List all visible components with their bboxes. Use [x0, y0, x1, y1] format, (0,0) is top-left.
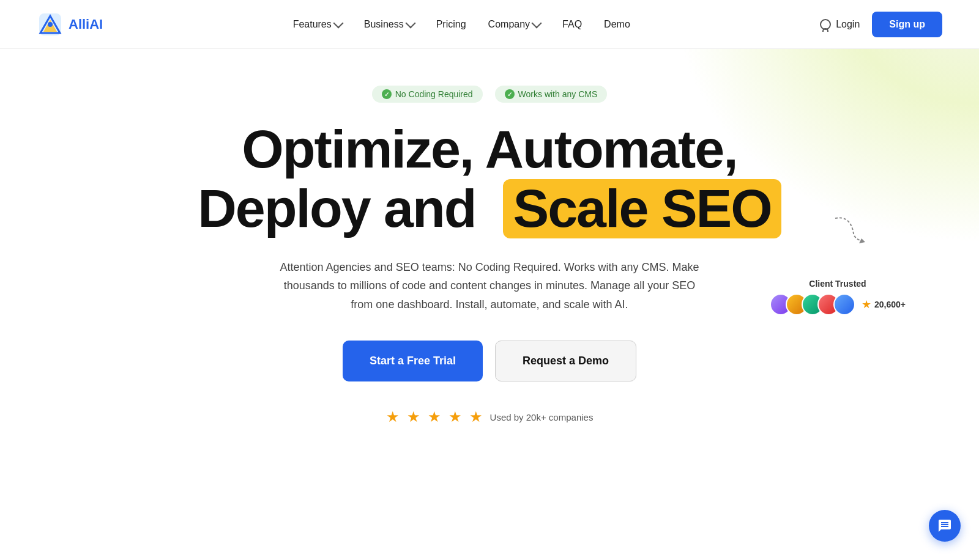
star-icon: ★	[428, 408, 441, 426]
user-icon	[820, 19, 831, 30]
logo-icon	[37, 11, 64, 38]
chat-icon	[937, 518, 952, 533]
svg-marker-4	[859, 238, 865, 243]
badge-cms: Works with any CMS	[495, 86, 608, 103]
client-count: 20,600+	[874, 300, 906, 309]
check-icon	[505, 89, 515, 99]
nav-auth: Login Sign up	[820, 12, 942, 37]
chevron-down-icon	[532, 18, 542, 29]
avatar	[833, 293, 855, 315]
login-button[interactable]: Login	[820, 19, 860, 30]
star-icon: ★	[469, 408, 483, 426]
nav-features[interactable]: Features	[293, 19, 342, 30]
star-icon: ★	[407, 408, 420, 426]
arrow-decoration	[832, 215, 869, 248]
chevron-down-icon	[405, 18, 415, 29]
chat-bubble-button[interactable]	[929, 510, 961, 542]
nav-pricing[interactable]: Pricing	[436, 19, 466, 30]
client-avatars	[770, 293, 855, 315]
client-trusted-widget: Client Trusted ★ 20,600+	[770, 279, 906, 315]
badge-no-coding: No Coding Required	[372, 86, 483, 103]
start-free-trial-button[interactable]: Start a Free Trial	[343, 341, 483, 381]
stars-label: Used by 20k+ companies	[490, 412, 594, 422]
hero-cta-group: Start a Free Trial Request a Demo	[343, 341, 636, 381]
logo[interactable]: AlliAI	[37, 11, 103, 38]
hero-section: No Coding Required Works with any CMS Op…	[0, 49, 979, 426]
hero-badges: No Coding Required Works with any CMS	[372, 86, 608, 103]
chevron-down-icon	[333, 18, 343, 29]
client-trusted-label: Client Trusted	[809, 279, 866, 289]
request-demo-button[interactable]: Request a Demo	[495, 341, 636, 381]
navbar: AlliAI Features Business Pricing Company…	[0, 0, 979, 49]
nav-links: Features Business Pricing Company FAQ De…	[293, 19, 630, 30]
star-icon: ★	[449, 408, 462, 426]
nav-demo[interactable]: Demo	[604, 19, 630, 30]
check-icon	[382, 89, 392, 99]
nav-faq[interactable]: FAQ	[562, 19, 582, 30]
hero-subtext: Attention Agencies and SEO teams: No Cod…	[275, 258, 704, 314]
nav-company[interactable]: Company	[488, 19, 540, 30]
svg-point-3	[48, 22, 53, 27]
star-icon: ★	[386, 408, 400, 426]
nav-business[interactable]: Business	[364, 19, 414, 30]
logo-text: AlliAI	[69, 17, 103, 32]
client-rating: ★ 20,600+	[862, 298, 906, 311]
hero-headline: Optimize, Automate, Deploy and Scale SEO	[198, 120, 781, 238]
client-star-icon: ★	[862, 298, 871, 311]
headline-highlight: Scale SEO	[503, 179, 781, 238]
signup-button[interactable]: Sign up	[872, 12, 942, 37]
stars-row: ★ ★ ★ ★ ★ Used by 20k+ companies	[386, 408, 594, 426]
